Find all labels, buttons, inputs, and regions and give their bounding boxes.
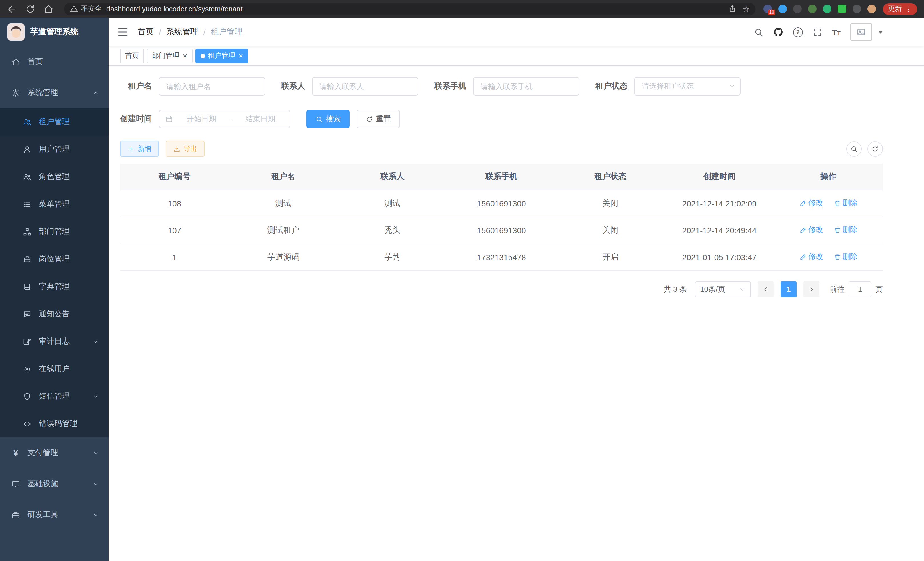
- address-bar[interactable]: 不安全 dashboard.yudao.iocoder.cn/system/te…: [64, 3, 755, 15]
- sidebar-toggle-icon[interactable]: [117, 26, 129, 38]
- message-icon: [23, 310, 32, 318]
- next-page-button[interactable]: [803, 281, 819, 297]
- user-avatar[interactable]: [850, 23, 872, 41]
- sidebar-item-payment[interactable]: ¥ 支付管理: [0, 438, 109, 468]
- extension-icon-1[interactable]: 10: [764, 5, 772, 13]
- close-icon[interactable]: ×: [183, 52, 187, 59]
- github-icon[interactable]: [773, 27, 783, 37]
- avatar-caret-icon[interactable]: [878, 31, 883, 33]
- sidebar-item-sms[interactable]: 短信管理: [0, 383, 109, 410]
- mobile-input[interactable]: [473, 77, 579, 96]
- date-end-placeholder: 结束日期: [237, 114, 284, 124]
- sidebar-item-online-users[interactable]: 在线用户: [0, 355, 109, 383]
- edit-button[interactable]: 修改: [799, 198, 823, 208]
- status-placeholder: 请选择租户状态: [642, 81, 694, 92]
- edit-button[interactable]: 修改: [799, 252, 823, 262]
- sidebar-item-audit-log[interactable]: 审计日志: [0, 328, 109, 355]
- delete-button[interactable]: 删除: [833, 252, 857, 262]
- contact-input[interactable]: [312, 77, 418, 96]
- sidebar-item-role[interactable]: 角色管理: [0, 163, 109, 190]
- extension-icon-7[interactable]: [853, 5, 861, 13]
- export-button[interactable]: 导出: [166, 141, 205, 157]
- sidebar-item-tenant[interactable]: 租户管理: [0, 108, 109, 135]
- sidebar-item-label: 通知公告: [39, 309, 70, 319]
- font-size-icon[interactable]: TT: [832, 27, 841, 37]
- cell-mobile: 17321315478: [447, 244, 556, 271]
- search-button[interactable]: 搜索: [306, 110, 350, 128]
- browser-update-button[interactable]: 更新 ⋮: [883, 3, 917, 15]
- fullscreen-icon[interactable]: [812, 27, 822, 37]
- tag-dept[interactable]: 部门管理 ×: [147, 48, 192, 63]
- tenant-name-label: 租户名: [120, 81, 152, 92]
- breadcrumb-home[interactable]: 首页: [138, 27, 154, 37]
- sidebar-item-menu[interactable]: 菜单管理: [0, 190, 109, 218]
- reset-button[interactable]: 重置: [357, 110, 400, 128]
- chevron-up-icon: [93, 89, 99, 96]
- cell-contact: 测试: [338, 190, 447, 217]
- sidebar-item-system[interactable]: 系统管理: [0, 77, 109, 108]
- sidebar-item-label: 在线用户: [39, 364, 70, 374]
- sidebar-item-dev-tools[interactable]: 研发工具: [0, 499, 109, 530]
- search-icon[interactable]: [753, 27, 763, 37]
- prev-page-button[interactable]: [758, 281, 774, 297]
- extension-icon-4[interactable]: [808, 5, 817, 13]
- tag-label: 租户管理: [208, 51, 235, 61]
- sidebar-item-user[interactable]: 用户管理: [0, 135, 109, 163]
- delete-label: 删除: [843, 252, 857, 262]
- refresh-table-button[interactable]: [867, 141, 883, 156]
- tag-home[interactable]: 首页: [120, 48, 144, 63]
- hide-search-button[interactable]: [846, 141, 862, 156]
- sidebar-item-dept[interactable]: 部门管理: [0, 218, 109, 245]
- status-select[interactable]: 请选择租户状态: [634, 77, 741, 96]
- sidebar-logo[interactable]: 芋道管理系统: [0, 18, 109, 46]
- app-title: 芋道管理系统: [30, 27, 78, 37]
- menu-list-icon: [23, 200, 32, 208]
- sidebar-item-label: 租户管理: [39, 117, 70, 127]
- share-icon[interactable]: [728, 5, 737, 13]
- delete-button[interactable]: 删除: [833, 225, 857, 235]
- page-number-button[interactable]: 1: [781, 281, 796, 297]
- extension-icon-6[interactable]: [838, 5, 846, 13]
- reload-icon[interactable]: [25, 4, 35, 14]
- sidebar-item-label: 字典管理: [39, 281, 70, 292]
- sidebar-item-notice[interactable]: 通知公告: [0, 300, 109, 328]
- delete-label: 删除: [843, 225, 857, 235]
- extension-icon-2[interactable]: [778, 5, 787, 13]
- pagination-total: 共 3 条: [664, 284, 687, 294]
- tag-tenant[interactable]: 租户管理 ×: [195, 48, 248, 63]
- sidebar-item-error-code[interactable]: 错误码管理: [0, 410, 109, 438]
- page-size-select[interactable]: 10条/页: [695, 281, 751, 297]
- help-icon[interactable]: ?: [793, 27, 802, 37]
- date-start-placeholder: 开始日期: [178, 114, 225, 124]
- cell-time: 2021-12-14 21:02:09: [665, 190, 774, 217]
- edit-button[interactable]: 修改: [799, 225, 823, 235]
- home-icon[interactable]: [44, 4, 54, 14]
- kebab-menu-icon[interactable]: ⋮: [905, 5, 912, 13]
- delete-button[interactable]: 删除: [833, 198, 857, 208]
- filter-status: 租户状态 请选择租户状态: [596, 77, 741, 96]
- tenant-name-input[interactable]: [159, 77, 265, 96]
- trash-icon: [833, 253, 841, 261]
- cell-id: 108: [120, 190, 229, 217]
- sidebar-item-infra[interactable]: 基础设施: [0, 468, 109, 499]
- sidebar-item-post[interactable]: 岗位管理: [0, 245, 109, 273]
- close-icon[interactable]: ×: [238, 52, 243, 59]
- date-range-picker[interactable]: 开始日期 - 结束日期: [159, 110, 290, 128]
- sidebar-item-dict[interactable]: 字典管理: [0, 273, 109, 300]
- browser-profile-avatar[interactable]: [867, 5, 876, 13]
- bookmark-star-icon[interactable]: ☆: [742, 4, 750, 14]
- cell-status: 关闭: [556, 190, 665, 217]
- sidebar-item-home[interactable]: 首页: [0, 46, 109, 77]
- briefcase-icon: [23, 255, 32, 263]
- breadcrumb-system[interactable]: 系统管理: [166, 27, 198, 37]
- jump-page-input[interactable]: [849, 281, 872, 297]
- jump-prefix-label: 前往: [830, 284, 844, 294]
- back-icon[interactable]: [7, 4, 17, 14]
- cell-contact: 芋艿: [338, 244, 447, 271]
- edit-label: 修改: [808, 225, 823, 235]
- logo-image: [8, 23, 25, 41]
- extension-icon-3[interactable]: [793, 5, 802, 13]
- extension-icon-5[interactable]: [823, 5, 831, 13]
- add-button[interactable]: 新增: [120, 141, 159, 157]
- cell-mobile: 15601691300: [447, 217, 556, 244]
